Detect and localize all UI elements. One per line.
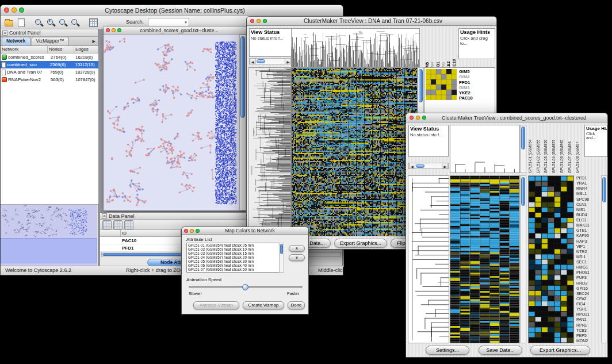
select-attributes-icon[interactable]: [102, 220, 112, 229]
axis-label[interactable]: GIM3: [459, 85, 495, 90]
column-header-network[interactable]: Network: [1, 46, 48, 53]
axis-label[interactable]: GIM4: [430, 27, 435, 72]
array-label[interactable]: GPL51-08 (GSM87: [575, 125, 583, 173]
gene-label[interactable]: TCB3: [576, 328, 600, 333]
minimize-button[interactable]: [257, 19, 261, 23]
gene-label[interactable]: GTB1: [576, 228, 600, 233]
scroll-thumb[interactable]: [257, 59, 265, 63]
axis-label[interactable]: GIM4: [459, 74, 495, 79]
zoom-selected-icon[interactable]: [58, 17, 68, 28]
save-data-button[interactable]: Save Data...: [479, 346, 522, 355]
close-button[interactable]: [410, 116, 414, 120]
zoom-fit-icon[interactable]: [70, 17, 80, 28]
scroll-thumb[interactable]: [416, 164, 424, 168]
array-label[interactable]: GPL51-04 (GSM857: [552, 125, 560, 173]
network-table-row[interactable]: DNA and Tran 07769(0)183728(0): [1, 68, 98, 76]
close-button[interactable]: [184, 229, 188, 233]
gene-label[interactable]: MON2: [576, 338, 600, 343]
gene-label[interactable]: HMG1: [576, 265, 600, 270]
maximize-button[interactable]: [19, 7, 24, 13]
attribute-list-item[interactable]: GPL51-01 (GSM854) heat shock 05 min: [187, 243, 279, 247]
gene-label[interactable]: SEC1: [576, 259, 600, 265]
scroll-track[interactable]: [256, 59, 285, 64]
tv2-top-vscrollbar[interactable]: [520, 125, 526, 173]
axis-label[interactable]: YKE2: [459, 90, 495, 95]
attribute-list-scrollbar[interactable]: [279, 243, 284, 273]
animation-speed-slider[interactable]: [189, 286, 303, 288]
tv1-heatmap[interactable]: [292, 68, 417, 236]
minimize-button[interactable]: [12, 7, 17, 13]
axis-label[interactable]: PFD1: [459, 80, 495, 85]
axis-label[interactable]: PFD1: [436, 27, 441, 72]
network-overview-icon[interactable]: [88, 17, 98, 28]
axis-label[interactable]: GIM5: [459, 69, 495, 74]
gene-label[interactable]: CPA2: [576, 296, 600, 301]
scroll-thumb[interactable]: [280, 244, 283, 254]
scroll-thumb[interactable]: [602, 177, 606, 202]
tab-network[interactable]: Network: [2, 37, 30, 45]
gene-label[interactable]: CLN1: [576, 202, 600, 207]
dialog-titlebar[interactable]: Map Colors to Network: [182, 227, 308, 235]
gene-label[interactable]: BUD4: [576, 212, 600, 217]
zoom-out-icon[interactable]: −: [33, 17, 44, 28]
network-table-row[interactable]: combined_scores2764(0)16218(0): [1, 53, 98, 61]
close-panel-icon[interactable]: ×: [102, 213, 107, 219]
tab-vizmapper[interactable]: VizMapper™: [32, 37, 69, 45]
zoom-in-icon[interactable]: +: [45, 17, 56, 28]
gene-label[interactable]: RPN1: [576, 323, 600, 328]
scroll-thumb[interactable]: [521, 177, 525, 206]
gene-label[interactable]: FIG4: [576, 301, 600, 306]
gene-label[interactable]: PUF3: [576, 275, 600, 280]
array-label[interactable]: GPL51-01 (GSM854: [528, 125, 536, 173]
gene-label[interactable]: PFD1: [576, 175, 600, 181]
gene-label[interactable]: PHO81: [576, 270, 600, 275]
network-canvas[interactable]: [104, 35, 239, 210]
attribute-list[interactable]: GPL51-01 (GSM854) heat shock 05 minGPL51…: [186, 243, 280, 273]
gene-label[interactable]: GPI16: [576, 286, 600, 291]
gene-label[interactable]: MSI1: [576, 254, 600, 259]
network-window-titlebar[interactable]: combined_scores_good.txt--cluste...: [104, 26, 246, 35]
export-graphics-button[interactable]: Export Graphics...: [530, 346, 590, 355]
attribute-list-item[interactable]: GPL51-02 (GSM855) heat shock 10 min: [187, 247, 279, 251]
birdseye-canvas[interactable]: [1, 205, 97, 266]
array-label[interactable]: GPL51-03 (GSM856: [544, 125, 552, 173]
minimize-button[interactable]: [416, 116, 420, 120]
move-down-button[interactable]: ∨: [289, 254, 305, 261]
scroll-track[interactable]: [415, 163, 442, 168]
gene-label[interactable]: YRA1: [576, 181, 600, 186]
gene-label[interactable]: RNR4: [576, 186, 600, 191]
axis-label[interactable]: YKE2: [446, 27, 452, 72]
maximize-button[interactable]: [117, 28, 121, 32]
move-up-button[interactable]: ∧: [289, 245, 305, 252]
attribute-list-item[interactable]: GPL51-05 (GSM858) heat shock 30 min: [187, 259, 279, 263]
attribute-list-item[interactable]: GPL51-07 (GSM866) heat shock 60 min: [187, 267, 279, 271]
array-label[interactable]: GPL51-06 (GSM865: [560, 125, 568, 173]
settings-button[interactable]: Settings...: [426, 346, 469, 355]
tv2-left-dendrogram[interactable]: [408, 176, 449, 343]
table-mode-icon[interactable]: [113, 220, 123, 229]
array-label[interactable]: GPL51-07 (GSM86: [568, 125, 576, 173]
scroll-thumb[interactable]: [521, 127, 525, 150]
axis-label[interactable]: PAC10: [459, 95, 495, 101]
scroll-right-icon[interactable]: ▶: [285, 59, 291, 64]
network-vscrollbar[interactable]: [239, 35, 246, 210]
gene-label[interactable]: MSL1: [576, 191, 600, 196]
column-header-id[interactable]: ID: [121, 230, 181, 236]
axis-label[interactable]: PAC10: [452, 27, 457, 72]
gene-label[interactable]: SPC98: [576, 197, 600, 202]
tv1-top-dendrogram[interactable]: [292, 29, 419, 67]
tv2-heatmap[interactable]: [450, 176, 519, 343]
maximize-button[interactable]: [422, 116, 426, 120]
tv2-vscrollbar[interactable]: [520, 175, 526, 343]
gene-label[interactable]: RPO21: [576, 312, 600, 317]
delete-attribute-icon[interactable]: [124, 220, 133, 229]
close-panel-icon[interactable]: ×: [2, 30, 7, 36]
gene-label[interactable]: VIP1: [576, 244, 600, 249]
slider-thumb[interactable]: [242, 284, 248, 290]
gene-label[interactable]: YSH1: [576, 306, 600, 312]
gene-label[interactable]: NIS1: [576, 207, 600, 212]
column-header-nodes[interactable]: Nodes: [48, 46, 74, 53]
done-button[interactable]: Done: [288, 301, 305, 309]
attribute-list-item[interactable]: GPL51-06 (GSM859) heat shock 40 min: [187, 263, 279, 267]
gene-label[interactable]: KAP95: [576, 233, 600, 238]
